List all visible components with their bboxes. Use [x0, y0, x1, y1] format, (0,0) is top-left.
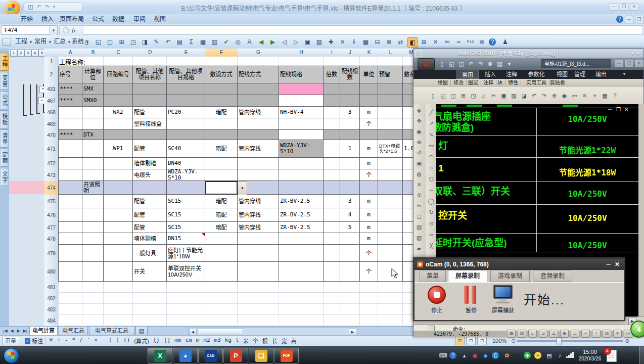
show-desktop-button[interactable] — [639, 346, 644, 364]
cad-tool-icon-12[interactable]: ↷ — [540, 92, 548, 100]
calc-symbol-19[interactable]: m3 — [214, 337, 221, 345]
calc-symbol-7[interactable]: × — [94, 337, 97, 345]
row-header-1[interactable]: 1 — [44, 57, 59, 66]
cad-status-toggle-11[interactable]: ▾ — [613, 330, 622, 338]
normal-view-icon[interactable]: ⊞ — [455, 337, 465, 345]
cad-tool-icon-10[interactable]: ◪ — [520, 92, 528, 100]
copy-icon[interactable]: ▣ — [303, 37, 312, 47]
cell-E480[interactable]: 单联双控开关 10A/250V — [167, 262, 205, 282]
cell-I473[interactable] — [324, 169, 340, 181]
outline-level-1[interactable]: 1 — [10, 50, 17, 57]
ocam-minimize-icon[interactable]: ─ — [606, 259, 611, 270]
cell-G483[interactable] — [238, 304, 279, 315]
cell-A482[interactable] — [58, 293, 82, 304]
record-tray-icon[interactable]: ◉ — [471, 351, 479, 359]
fx-icon[interactable]: fx — [72, 27, 76, 33]
viewport-restore-icon[interactable]: ❐ — [616, 107, 621, 112]
column-header-C[interactable]: C — [104, 49, 133, 57]
cell-H469[interactable] — [279, 118, 324, 130]
explorer-taskbar-button[interactable]: ❏ — [249, 348, 273, 363]
cell-G468[interactable]: 管内穿线 — [238, 107, 279, 118]
cell-E431[interactable] — [167, 83, 205, 95]
cell-G482[interactable] — [238, 293, 279, 304]
clipboard-icon[interactable]: ▤ — [545, 351, 554, 359]
cell-A473[interactable] — [58, 169, 82, 181]
cell-I469[interactable] — [324, 118, 340, 130]
cell-H2[interactable]: 配线规格 — [279, 66, 324, 83]
cad-side-icon-8[interactable]: ✕ — [415, 180, 424, 189]
pin-icon[interactable]: ▪ — [631, 49, 633, 58]
cell-A467[interactable]: **** — [58, 95, 82, 107]
cell-C482[interactable] — [104, 293, 133, 304]
cad-qat-icon-2[interactable]: ◱ — [447, 60, 456, 68]
cell-J2[interactable]: 配线根数 — [340, 66, 360, 83]
cell-K431[interactable] — [360, 83, 378, 95]
cell-A470[interactable]: **** — [58, 130, 82, 140]
row-header-477[interactable]: 477 — [44, 222, 59, 234]
cad-panel-剪贴板[interactable]: 剪贴板 — [547, 79, 568, 86]
doc-restore-icon[interactable]: ❐ — [625, 60, 633, 67]
viewport-close-icon[interactable]: ✕ — [624, 107, 628, 112]
cell-I483[interactable] — [324, 304, 340, 315]
close-icon[interactable]: ✕ — [630, 3, 638, 11]
cell-J479[interactable] — [340, 245, 360, 262]
workbook-restore-icon[interactable]: ❐ — [635, 16, 643, 23]
pen-icon[interactable]: ✒ — [513, 351, 522, 359]
ocam-tab-屏幕录制[interactable]: 屏幕录制 — [448, 270, 487, 282]
sum-icon[interactable]: Σ — [187, 37, 196, 47]
restore-icon[interactable]: ❐ — [620, 3, 628, 11]
cell-H479[interactable] — [279, 245, 324, 262]
row-header-476[interactable]: 476 — [44, 208, 59, 222]
column-header-D[interactable]: D — [133, 49, 167, 57]
cell-H474[interactable] — [279, 181, 324, 195]
calc-symbol-15[interactable]: mm — [174, 337, 181, 345]
cell-E477[interactable]: SC15 — [167, 222, 205, 233]
cell-G479[interactable] — [238, 245, 279, 262]
cell-F481[interactable] — [205, 282, 238, 293]
cell-B481[interactable] — [82, 282, 104, 293]
cad-qat-icon-6[interactable]: ⊜ — [486, 60, 494, 68]
cell-L477[interactable] — [378, 222, 403, 233]
cell-G431[interactable] — [238, 83, 279, 95]
cell-J467[interactable] — [340, 95, 360, 107]
column-header-A[interactable]: A — [58, 49, 83, 57]
ocam-tab-菜单[interactable]: 菜单 — [420, 270, 446, 282]
cad-status-toggle-1[interactable]: ▦ — [507, 330, 516, 338]
column-header-B[interactable]: B — [82, 49, 104, 57]
cell-C468[interactable]: WX2 — [104, 107, 133, 118]
select-all-corner[interactable] — [44, 49, 59, 57]
cell-L1[interactable] — [378, 57, 403, 66]
cell-B479[interactable] — [82, 245, 104, 262]
column-header-E[interactable]: E — [167, 49, 206, 57]
cell-E475[interactable]: SC15 — [167, 195, 205, 208]
cell-J478[interactable] — [340, 233, 360, 245]
cell-H467[interactable] — [279, 95, 324, 107]
cell-K474[interactable] — [360, 181, 378, 195]
cell-A478[interactable] — [58, 233, 82, 245]
cell-J484[interactable] — [340, 315, 360, 326]
cell-E482[interactable] — [167, 293, 205, 304]
cell-A481[interactable] — [58, 282, 82, 293]
delete-icon[interactable]: ✕ — [338, 37, 347, 47]
cell-I467[interactable] — [324, 95, 340, 107]
edit-icon[interactable]: ✎ — [152, 37, 161, 47]
row-header-2[interactable]: 2 — [44, 66, 59, 84]
ribbon-tab-3[interactable]: 页面布局 — [60, 15, 84, 24]
cell-J470[interactable] — [340, 130, 360, 140]
calc-symbol-11[interactable]: () — [123, 337, 130, 345]
row-header-473[interactable]: 473 — [44, 169, 59, 181]
calc-symbol-25[interactable]: 长 — [272, 337, 278, 345]
cell-A483[interactable] — [58, 304, 82, 315]
cell-L481[interactable] — [378, 282, 403, 293]
cell-F480[interactable] — [205, 262, 238, 282]
cell-H470[interactable] — [279, 130, 324, 140]
cell-L467[interactable] — [378, 95, 403, 107]
cell-B467[interactable]: SMXO — [82, 95, 104, 107]
row-header-480[interactable]: 480 — [44, 262, 59, 282]
cell-D475[interactable]: 配管 — [133, 195, 167, 208]
screen-capture-button[interactable] — [492, 285, 514, 305]
cell-H480[interactable] — [279, 262, 324, 282]
calc-symbol-9[interactable]: ( — [109, 337, 112, 345]
insert-sheet-tab[interactable]: ▤ — [135, 327, 148, 336]
ribbon-tab-4[interactable]: 公式 — [91, 15, 105, 24]
